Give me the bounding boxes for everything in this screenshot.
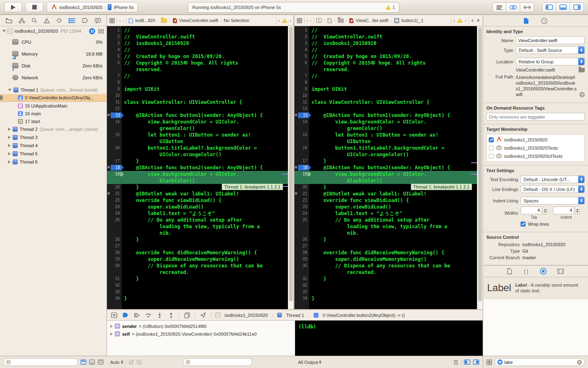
code-line[interactable]: 1// bbox=[294, 27, 477, 34]
disclosure-icon[interactable] bbox=[8, 144, 11, 147]
code-line[interactable]: 29 super.didReceiveMemoryWarning() bbox=[294, 256, 477, 263]
code-text[interactable] bbox=[309, 243, 312, 249]
memory-gauge-icon[interactable] bbox=[98, 29, 104, 34]
line-number[interactable]: 21 bbox=[303, 191, 307, 196]
line-number[interactable]: 7 bbox=[305, 74, 307, 78]
code-line[interactable]: 29 super.didReceiveMemoryWarning() bbox=[107, 256, 288, 263]
thread-row[interactable]: Thread 5 bbox=[0, 150, 107, 158]
gutter-cell[interactable]: 25 bbox=[107, 217, 122, 223]
gutter-cell[interactable]: 2 bbox=[294, 34, 309, 40]
code-text[interactable] bbox=[309, 79, 312, 86]
line-number[interactable]: 16 bbox=[115, 146, 120, 150]
gutter-cell[interactable]: 13 bbox=[107, 112, 122, 119]
warning-badge[interactable]: 1 bbox=[385, 5, 395, 10]
symbol-navigator-tab[interactable] bbox=[19, 18, 25, 23]
line-number[interactable]: 5 bbox=[305, 54, 307, 58]
line-number[interactable]: 22 bbox=[303, 198, 307, 202]
code-line[interactable]: 24 label1.text = "ようこそ" bbox=[294, 210, 477, 217]
line-number[interactable]: 17 bbox=[303, 159, 307, 163]
target-checkbox[interactable] bbox=[489, 146, 494, 150]
code-line[interactable]: 14 view.backgroundColor = UIColor. bbox=[107, 119, 288, 125]
gutter-cell[interactable] bbox=[107, 230, 122, 236]
gutter-cell[interactable]: 18 bbox=[107, 164, 122, 171]
line-number[interactable]: 5 bbox=[117, 54, 120, 58]
trash-icon[interactable] bbox=[453, 359, 459, 365]
gutter-cell[interactable]: 9 bbox=[294, 86, 309, 92]
code-line[interactable]: 10 bbox=[294, 92, 477, 99]
forward-button[interactable]: › bbox=[310, 18, 312, 23]
code-text[interactable]: class ViewController: UIViewController { bbox=[309, 99, 430, 105]
code-line[interactable]: 4// bbox=[107, 47, 288, 53]
code-text[interactable]: // bbox=[122, 73, 130, 79]
code-text[interactable]: // Do any additional setup after bbox=[122, 217, 242, 223]
gutter-cell[interactable]: 33 bbox=[294, 289, 309, 295]
code-text[interactable]: greenColor() bbox=[309, 125, 382, 132]
gutter-cell[interactable]: 30 bbox=[294, 263, 309, 269]
line-number[interactable]: 32 bbox=[303, 283, 307, 287]
continue-button[interactable] bbox=[133, 312, 140, 319]
code-text[interactable]: // iosBooks1_20150920 bbox=[309, 40, 376, 47]
clear-search-icon[interactable]: ✕ bbox=[577, 360, 582, 365]
tab-width-field[interactable]: 4 bbox=[521, 206, 542, 214]
line-number[interactable]: 19 bbox=[303, 172, 307, 176]
line-number[interactable]: 23 bbox=[115, 204, 120, 209]
code-text[interactable]: reserved. bbox=[122, 66, 163, 73]
code-line[interactable]: 2// ViewController.swift bbox=[107, 34, 288, 40]
related-items-icon[interactable] bbox=[109, 18, 115, 23]
gutter-cell[interactable]: 21 bbox=[294, 191, 309, 197]
code-text[interactable]: nib. bbox=[309, 230, 359, 236]
code-line[interactable]: 9import UIKit bbox=[107, 86, 288, 92]
code-line[interactable]: 8 bbox=[294, 79, 477, 86]
variable-row[interactable]: Asender= (UIButton) 0x00007fd4d2514f80 bbox=[107, 322, 295, 330]
code-line[interactable]: 2// ViewController.swift bbox=[294, 34, 477, 40]
thread-row[interactable]: Thread 3 bbox=[0, 133, 107, 141]
gutter-cell[interactable]: 1 bbox=[107, 27, 122, 34]
gutter-cell[interactable]: 8 bbox=[294, 79, 309, 86]
line-number[interactable]: 31 bbox=[115, 276, 120, 281]
gutter-cell[interactable]: 18 bbox=[294, 164, 309, 171]
stack-frame-row[interactable]: 17 start bbox=[0, 117, 107, 125]
file-inspector-tab[interactable] bbox=[523, 18, 529, 24]
line-number[interactable]: 4 bbox=[305, 47, 307, 52]
code-line[interactable]: 6// Copyright © 2015年 hoge. All rights bbox=[107, 60, 288, 66]
code-line[interactable]: 25 // Do any additional setup after bbox=[294, 217, 477, 223]
prev-issue-button[interactable]: ‹ bbox=[453, 18, 455, 23]
code-line[interactable]: loading the view, typically from a bbox=[107, 223, 288, 230]
code-text[interactable]: @IBOutlet weak var label1: UILabel! bbox=[309, 191, 427, 197]
code-line[interactable]: 32 bbox=[107, 282, 288, 289]
gutter-cell[interactable]: 23 bbox=[294, 204, 309, 210]
indent-width-stepper[interactable] bbox=[575, 206, 579, 214]
code-line[interactable]: 26 } bbox=[294, 236, 477, 243]
gutter-cell[interactable]: 32 bbox=[107, 282, 122, 289]
code-line[interactable]: 34} bbox=[294, 295, 477, 302]
line-number[interactable]: 25 bbox=[303, 218, 307, 222]
line-number[interactable]: 3 bbox=[117, 41, 120, 45]
code-text[interactable]: // iosBooks1_20150920 bbox=[122, 40, 189, 47]
ib-connection-well-icon[interactable] bbox=[107, 166, 110, 168]
gutter-cell[interactable]: 19 bbox=[294, 171, 309, 177]
next-issue-button[interactable]: › bbox=[290, 18, 291, 23]
gauge-row-memory[interactable]: Memory 18.8 MB bbox=[0, 48, 107, 60]
code-text[interactable]: // Created by hoge on 2015/09/20. bbox=[122, 53, 225, 60]
code-text[interactable]: @IBAction func button1(sender: AnyObject… bbox=[309, 112, 450, 119]
gutter-cell[interactable]: 14 bbox=[107, 119, 122, 125]
run-button[interactable] bbox=[4, 2, 22, 12]
forward-button[interactable]: › bbox=[123, 18, 125, 23]
gauge-row-network[interactable]: Network Zero KB/s bbox=[0, 72, 107, 83]
code-line[interactable]: 13 @IBAction func button1(sender: AnyObj… bbox=[107, 112, 288, 119]
code-text[interactable]: // bbox=[122, 47, 130, 53]
code-text[interactable]: super.didReceiveMemoryWarning() bbox=[309, 256, 427, 263]
code-line[interactable]: 21 @IBOutlet weak var label1: UILabel! bbox=[294, 191, 477, 197]
gutter-cell[interactable]: 28 bbox=[107, 249, 122, 256]
gutter-cell[interactable]: 14 bbox=[294, 119, 309, 125]
code-text[interactable]: // bbox=[122, 27, 130, 34]
no-entry-icon[interactable] bbox=[129, 359, 134, 365]
line-number[interactable]: 34 bbox=[115, 296, 120, 301]
line-number[interactable]: 24 bbox=[303, 211, 307, 215]
gutter-cell[interactable]: 28 bbox=[294, 249, 309, 256]
code-line[interactable]: 16 button1.titleLabel?.backgroundColor = bbox=[294, 145, 477, 151]
gutter-cell[interactable]: 11 bbox=[107, 99, 122, 105]
code-text[interactable]: override func viewDidLoad() { bbox=[309, 197, 409, 204]
code-line[interactable]: 31 } bbox=[294, 276, 477, 282]
gutter-cell[interactable] bbox=[294, 138, 309, 145]
